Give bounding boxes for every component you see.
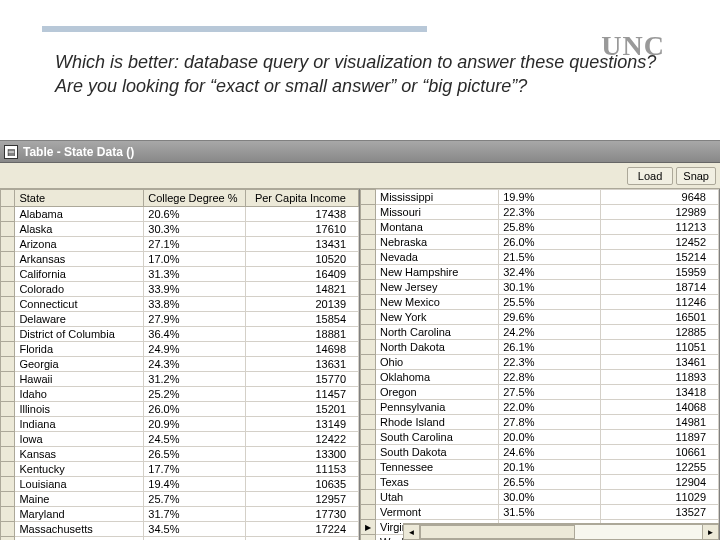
cell[interactable]: 27.9% xyxy=(144,312,245,327)
cell[interactable]: 26.5% xyxy=(144,447,245,462)
row-selector[interactable] xyxy=(1,357,15,372)
cell[interactable]: 17.7% xyxy=(144,462,245,477)
cell[interactable]: 31.5% xyxy=(499,505,601,520)
row-selector[interactable] xyxy=(1,312,15,327)
cell[interactable]: 20.6% xyxy=(144,207,245,222)
cell[interactable]: 31.3% xyxy=(144,267,245,282)
table-row[interactable]: North Carolina24.2%12885 xyxy=(361,325,719,340)
cell[interactable]: 24.2% xyxy=(499,325,601,340)
cell[interactable]: Louisiana xyxy=(15,477,144,492)
cell[interactable]: Tennessee xyxy=(376,460,499,475)
col-header-income[interactable]: Per Capita Income xyxy=(245,190,358,207)
table-row[interactable]: Ohio22.3%13461 xyxy=(361,355,719,370)
table-row[interactable]: Kansas26.5%13300 xyxy=(1,447,359,462)
cell[interactable]: Maryland xyxy=(15,507,144,522)
cell[interactable]: 22.0% xyxy=(499,400,601,415)
scroll-track[interactable] xyxy=(420,524,702,540)
col-header-degree[interactable]: College Degree % xyxy=(144,190,245,207)
cell[interactable]: 15770 xyxy=(245,372,358,387)
row-selector[interactable] xyxy=(361,265,376,280)
cell[interactable]: 15959 xyxy=(601,265,719,280)
cell[interactable]: 32.4% xyxy=(499,265,601,280)
cell[interactable]: Pennsylvania xyxy=(376,400,499,415)
table-row[interactable]: Rhode Island27.8%14981 xyxy=(361,415,719,430)
cell[interactable]: 13431 xyxy=(245,237,358,252)
table-row[interactable]: Idaho25.2%11457 xyxy=(1,387,359,402)
cell[interactable]: 14981 xyxy=(601,415,719,430)
cell[interactable]: 31.7% xyxy=(144,507,245,522)
table-row[interactable]: District of Columbia36.4%18881 xyxy=(1,327,359,342)
cell[interactable]: Arkansas xyxy=(15,252,144,267)
row-selector[interactable] xyxy=(1,432,15,447)
table-row[interactable]: New York29.6%16501 xyxy=(361,310,719,325)
row-selector[interactable] xyxy=(1,282,15,297)
cell[interactable]: 13149 xyxy=(245,417,358,432)
cell[interactable]: Texas xyxy=(376,475,499,490)
table-row[interactable]: Delaware27.9%15854 xyxy=(1,312,359,327)
cell[interactable]: Mississippi xyxy=(376,190,499,205)
cell[interactable]: 18881 xyxy=(245,327,358,342)
row-selector[interactable] xyxy=(1,297,15,312)
cell[interactable]: Connecticut xyxy=(15,297,144,312)
cell[interactable]: 16501 xyxy=(601,310,719,325)
cell[interactable]: Iowa xyxy=(15,432,144,447)
table-row[interactable]: Florida24.9%14698 xyxy=(1,342,359,357)
window-titlebar[interactable]: ▤ Table - State Data () xyxy=(0,141,720,163)
table-row[interactable]: Oregon27.5%13418 xyxy=(361,385,719,400)
table-row[interactable]: Massachusetts34.5%17224 xyxy=(1,522,359,537)
cell[interactable]: 30.1% xyxy=(499,280,601,295)
row-selector[interactable] xyxy=(1,207,15,222)
cell[interactable]: 24.1% xyxy=(144,537,245,541)
cell[interactable]: North Dakota xyxy=(376,340,499,355)
row-selector[interactable] xyxy=(1,522,15,537)
cell[interactable]: Ohio xyxy=(376,355,499,370)
cell[interactable]: 26.0% xyxy=(499,235,601,250)
col-header-state[interactable]: State xyxy=(15,190,144,207)
cell[interactable]: Montana xyxy=(376,220,499,235)
cell[interactable]: Alabama xyxy=(15,207,144,222)
cell[interactable]: Arizona xyxy=(15,237,144,252)
cell[interactable]: 11246 xyxy=(601,295,719,310)
row-selector[interactable] xyxy=(1,537,15,541)
table-row[interactable]: Tennessee20.1%12255 xyxy=(361,460,719,475)
cell[interactable]: 10520 xyxy=(245,252,358,267)
table-row[interactable]: New Jersey30.1%18714 xyxy=(361,280,719,295)
cell[interactable]: 12255 xyxy=(601,460,719,475)
cell[interactable]: 16409 xyxy=(245,267,358,282)
cell[interactable]: 24.6% xyxy=(499,445,601,460)
row-selector[interactable] xyxy=(1,327,15,342)
row-selector[interactable] xyxy=(1,417,15,432)
cell[interactable]: 26.5% xyxy=(499,475,601,490)
horizontal-scrollbar[interactable]: ◄ ► xyxy=(403,523,719,540)
cell[interactable]: Hawaii xyxy=(15,372,144,387)
cell[interactable]: New Jersey xyxy=(376,280,499,295)
cell[interactable]: 15214 xyxy=(601,250,719,265)
cell[interactable]: 10661 xyxy=(601,445,719,460)
load-button[interactable]: Load xyxy=(627,167,673,185)
cell[interactable]: 9648 xyxy=(601,190,719,205)
table-row[interactable]: South Carolina20.0%11897 xyxy=(361,430,719,445)
row-selector[interactable] xyxy=(361,460,376,475)
row-selector[interactable] xyxy=(361,445,376,460)
cell[interactable]: 12885 xyxy=(601,325,719,340)
row-selector[interactable] xyxy=(1,387,15,402)
cell[interactable]: 13461 xyxy=(601,355,719,370)
cell[interactable]: 14821 xyxy=(245,282,358,297)
cell[interactable]: 12452 xyxy=(601,235,719,250)
row-selector[interactable] xyxy=(361,520,376,535)
cell[interactable]: Maine xyxy=(15,492,144,507)
row-selector[interactable] xyxy=(361,280,376,295)
cell[interactable]: 20139 xyxy=(245,297,358,312)
cell[interactable]: 30.0% xyxy=(499,490,601,505)
cell[interactable]: 17224 xyxy=(245,522,358,537)
cell[interactable]: 11457 xyxy=(245,387,358,402)
row-selector[interactable] xyxy=(361,220,376,235)
row-selector[interactable] xyxy=(1,492,15,507)
table-row[interactable]: Mississippi19.9%9648 xyxy=(361,190,719,205)
cell[interactable]: New Hampshire xyxy=(376,265,499,280)
row-selector[interactable] xyxy=(1,252,15,267)
table-row[interactable]: Kentucky17.7%11153 xyxy=(1,462,359,477)
cell[interactable]: 24.5% xyxy=(144,432,245,447)
cell[interactable]: New Mexico xyxy=(376,295,499,310)
cell[interactable]: 24.3% xyxy=(144,357,245,372)
